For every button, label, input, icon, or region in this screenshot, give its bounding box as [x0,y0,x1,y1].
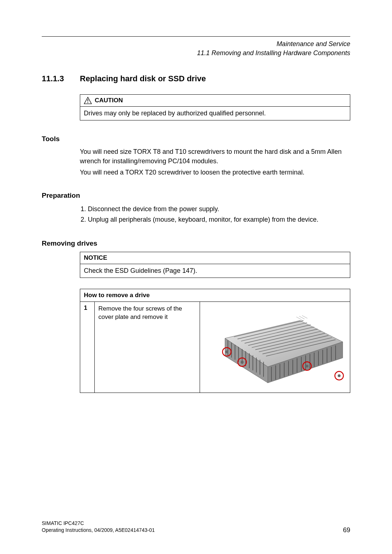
notice-label: NOTICE [84,254,107,262]
tools-heading: Tools [42,135,350,143]
preparation-list: Disconnect the device from the power sup… [80,204,350,225]
preparation-heading: Preparation [42,192,350,200]
footer-page-number: 69 [343,526,350,534]
tools-text-1: You will need size TORX T8 and T10 screw… [80,147,350,165]
footer: SIMATIC IPC427C Operating Instructions, … [42,520,350,534]
section-title-row: 11.1.3 Replacing hard disk or SSD drive [42,74,350,83]
caution-box: CAUTION Drives may only be replaced by a… [80,94,350,120]
svg-point-47 [225,350,228,353]
table-step-image-cell [200,302,350,393]
table-header: How to remove a drive [80,289,350,302]
tools-text-2: You will need a TORX T20 screwdriver to … [80,168,350,177]
svg-point-50 [338,374,340,377]
preparation-item-2: Unplug all peripherals (mouse, keyboard,… [88,214,350,225]
header-chapter: Maintenance and Service [42,40,350,49]
notice-box: NOTICE Check the ESD Guidelines (Page 14… [80,252,350,278]
caution-text: Drives may only be replaced by authorize… [80,107,350,120]
remove-drive-table: How to remove a drive 1 Remove the four … [80,289,350,393]
svg-line-51 [296,317,302,320]
svg-point-2 [87,102,88,103]
svg-line-52 [299,316,305,319]
svg-point-48 [241,361,244,364]
header-divider [42,36,350,37]
footer-docinfo: Operating Instructions, 04/2009, A5E0241… [42,527,155,534]
caution-label: CAUTION [95,97,123,104]
section-number: 11.1.3 [42,74,80,83]
svg-line-53 [302,315,307,318]
preparation-item-1: Disconnect the device from the power sup… [88,204,350,214]
header-section: 11.1 Removing and Installing Hardware Co… [42,49,350,58]
table-step-desc: Remove the four screws of the cover plat… [95,302,200,393]
footer-product: SIMATIC IPC427C [42,520,155,527]
svg-point-49 [306,365,309,368]
notice-text: Check the ESD Guidelines (Page 147). [80,264,350,278]
removing-drives-heading: Removing drives [42,239,350,247]
table-step-number: 1 [80,302,95,393]
device-illustration [204,305,346,389]
table-row: 1 Remove the four screws of the cover pl… [80,302,350,393]
warning-icon [84,97,92,104]
section-title: Replacing hard disk or SSD drive [80,74,206,83]
